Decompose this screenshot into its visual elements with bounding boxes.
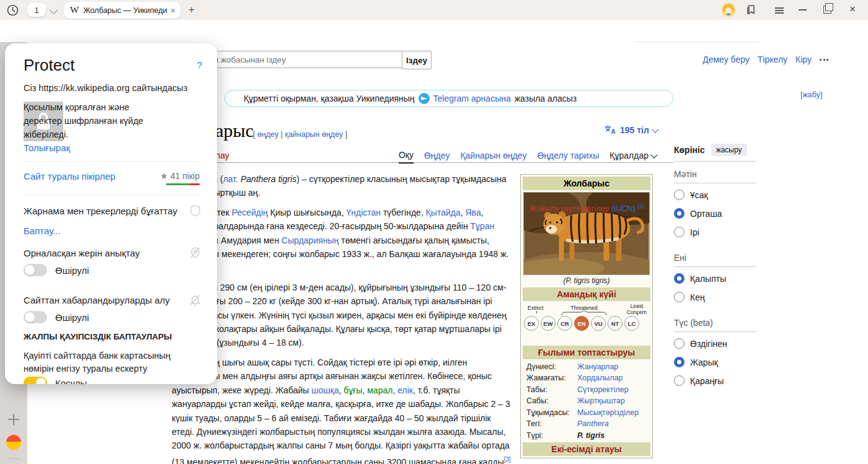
article-paragraph: Дене тұрқы 290 см (ең ірілері 3 м-ден ас… — [172, 281, 515, 350]
radio-icon[interactable] — [674, 338, 684, 349]
bankcard-toggle[interactable] — [24, 377, 47, 384]
radio-icon[interactable] — [674, 292, 684, 302]
taxonomy-value[interactable]: Мысықтәрізділер — [577, 408, 639, 417]
article-text: , т.б. тұяқты жануарларды ұстап жейді, к… — [172, 385, 510, 464]
appearance-title: Көрініс — [674, 145, 705, 155]
tab-counter-button[interactable]: 1 — [27, 3, 46, 17]
infobox-image-caption: (P. tigris tigris) — [523, 276, 650, 285]
edit-link[interactable]: өңдеу — [257, 130, 278, 139]
article-text: ( — [218, 174, 223, 184]
reference-link[interactable]: [3] — [504, 456, 511, 463]
security-section-header: ЖАЛПЫ ҚАУІПСІЗДІК БАПТАУЛАРЫ — [24, 332, 172, 341]
menu-icon[interactable] — [775, 6, 784, 15]
tab-close-icon[interactable]: × — [170, 6, 175, 15]
tab-list-chevron-icon[interactable] — [51, 7, 56, 13]
more-details-link[interactable]: Толығырақ — [24, 142, 70, 153]
article-paragraph: Жолбарыс (лат. Panthera tigris) – сүтқор… — [172, 172, 515, 200]
status-circle-NT[interactable]: NT — [608, 316, 622, 331]
location-toggle-row: Өшірулі — [24, 264, 89, 276]
article-link[interactable]: елік — [397, 385, 413, 395]
minimize-button[interactable] — [799, 9, 807, 11]
article-link[interactable]: лат. — [223, 174, 238, 184]
article-text: Амудария мен — [218, 235, 281, 245]
close-window-button[interactable]: × — [846, 2, 859, 16]
appearance-option-Қалыпты[interactable]: Қалыпты — [674, 273, 756, 284]
maximize-button[interactable] — [823, 6, 831, 14]
tab-Құралдар[interactable]: Құралдар — [609, 151, 657, 163]
protect-help-link[interactable]: ? — [197, 59, 202, 70]
appearance-group: МәтінҰсақОрташаІрі — [674, 162, 756, 237]
tab-Өңделу тарихы[interactable]: Өңделу тарихы — [537, 151, 599, 163]
tab-Оқу[interactable]: Оқу — [399, 150, 414, 164]
article-link[interactable]: шошқа — [311, 385, 339, 395]
location-off-icon — [190, 247, 201, 261]
status-circle-EX[interactable]: EX — [524, 316, 539, 331]
taxonomy-value[interactable]: Сүтқоректілер — [577, 385, 629, 394]
telegram-icon — [418, 93, 430, 104]
search-button[interactable]: Іздеу — [402, 51, 432, 69]
appearance-option-Жарық[interactable]: Жарық — [674, 357, 756, 367]
article-link[interactable]: Ява — [466, 208, 481, 217]
shield-outline-icon — [190, 204, 201, 219]
language-selector[interactable]: A 195 тіл — [604, 125, 658, 135]
profile-avatar[interactable] — [722, 3, 735, 17]
yandex-services-icon[interactable] — [6, 435, 21, 450]
new-tab-button[interactable]: + — [185, 4, 198, 16]
status-circle-VU[interactable]: VU — [591, 316, 606, 331]
register-link[interactable]: Тіркелу — [758, 55, 787, 64]
appearance-option-Ірі[interactable]: Ірі — [674, 227, 756, 237]
article-link[interactable]: бұғы — [343, 385, 362, 395]
telegram-link[interactable]: Telegram арнасына — [433, 94, 511, 103]
taxonomy-value[interactable]: Жануарлар — [577, 362, 618, 371]
header-more-icon[interactable] — [820, 59, 828, 61]
adblock-setup-link[interactable]: Баптау... — [24, 225, 61, 236]
taxonomy-value[interactable]: Panthera — [577, 419, 609, 428]
active-tab[interactable]: W Жолбарыс — Уикипеди × — [64, 2, 180, 19]
appearance-option-Ұсақ[interactable]: Ұсақ — [674, 190, 756, 200]
edit-source-link[interactable]: қайнарын өңдеу — [285, 130, 343, 139]
status-circle-CR[interactable]: CR — [557, 316, 572, 331]
conservation-header: Амандық күйі — [523, 287, 650, 301]
appearance-option-Қараңғы[interactable]: Қараңғы — [674, 375, 756, 386]
radio-icon[interactable] — [674, 190, 684, 200]
radio-icon[interactable] — [674, 227, 684, 237]
banner-close-link[interactable]: [жабу] — [800, 90, 822, 99]
rail-add-icon[interactable] — [8, 414, 19, 425]
article-link[interactable]: Қытайда — [426, 208, 461, 217]
appearance-option-label: Ұсақ — [690, 190, 708, 200]
appearance-option-Кең[interactable]: Кең — [674, 292, 756, 302]
taxonomy-value[interactable]: Хордалылар — [577, 374, 623, 382]
donate-link[interactable]: Демеу беру — [702, 55, 750, 64]
taxonomy-rank: Сабы: — [526, 396, 577, 405]
tab-Өңдеу[interactable]: Өңдеу — [424, 151, 450, 163]
history-clock-icon[interactable] — [5, 2, 20, 17]
appearance-hide-button[interactable]: жасыру — [711, 144, 747, 156]
taxonomy-value[interactable]: Жыртқыштар — [577, 396, 625, 405]
article-link[interactable]: Ресейдің — [232, 208, 268, 217]
scale-extinct-label: Extinct — [528, 305, 544, 311]
article-link[interactable]: Үндістан — [346, 208, 381, 217]
appearance-option-Орташа[interactable]: Орташа — [674, 208, 756, 219]
tab-Қайнарын өңдеу[interactable]: Қайнарын өңдеу — [460, 151, 526, 163]
status-circle-LC[interactable]: LC — [624, 316, 639, 331]
status-circle-EN[interactable]: EN — [574, 316, 589, 331]
radio-icon[interactable] — [674, 273, 684, 284]
site-reviews-link[interactable]: Сайт туралы пікірлер — [24, 171, 115, 182]
status-circle-EW[interactable]: EW — [541, 316, 556, 331]
bookmarks-panel-icon[interactable] — [746, 4, 757, 18]
iucn-link[interactable]: (IUCN) — [611, 204, 636, 213]
appearance-option-label: Қалыпты — [690, 274, 726, 284]
login-link[interactable]: Кіру — [795, 55, 812, 64]
radio-icon[interactable] — [674, 357, 684, 367]
appearance-option-label: Ірі — [690, 227, 699, 237]
radio-icon[interactable] — [674, 375, 684, 386]
reference-link[interactable]: [1] — [637, 203, 644, 209]
appearance-option-Өздігінен[interactable]: Өздігінен — [674, 338, 756, 349]
appearance-option-label: Жарық — [690, 357, 718, 367]
article-link[interactable]: марал — [367, 385, 392, 395]
notifications-toggle[interactable] — [24, 311, 47, 323]
location-toggle[interactable] — [24, 264, 47, 276]
wikipedia-favicon: W — [70, 5, 79, 15]
radio-icon[interactable] — [674, 208, 684, 219]
article-link[interactable]: Сырдарияның — [281, 235, 339, 245]
